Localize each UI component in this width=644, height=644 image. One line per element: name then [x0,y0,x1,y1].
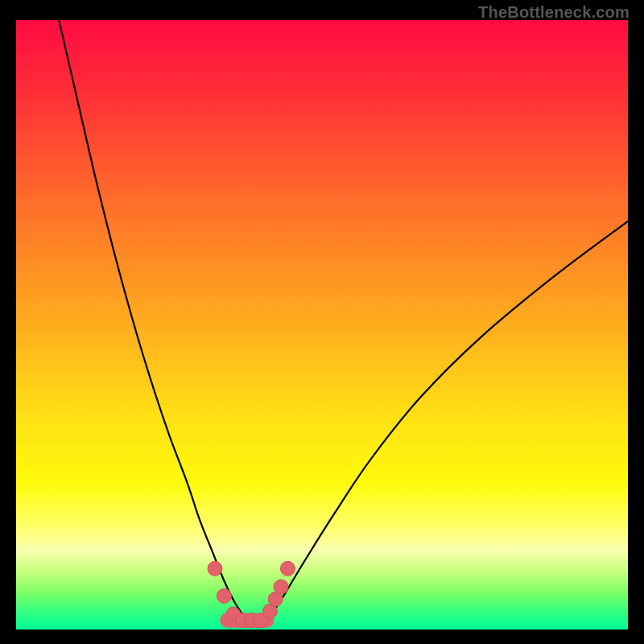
curve-marker [208,561,222,576]
watermark-text: TheBottleneck.com [478,3,630,22]
curve-marker [274,580,288,594]
curve-marker [280,561,295,576]
curve-marker [217,588,231,603]
plot-frame [16,20,628,630]
bottleneck-chart [16,20,628,630]
heat-gradient [16,20,628,630]
chart-stage: TheBottleneck.com [0,0,644,644]
